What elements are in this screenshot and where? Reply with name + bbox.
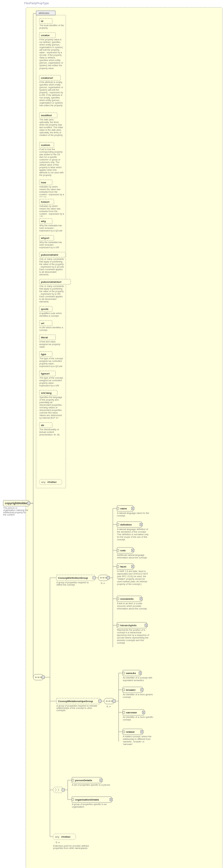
- svg-rect-112: [117, 624, 119, 626]
- svg-text:qcode: qcode: [41, 308, 49, 311]
- svg-text:xml:lang: xml:lang: [41, 392, 51, 395]
- svg-text:pubconstraint: pubconstraint: [41, 253, 58, 256]
- svg-text:howuri: howuri: [41, 200, 49, 204]
- attr-wildcard: any ##other: [39, 479, 62, 485]
- svg-rect-169: [72, 779, 74, 781]
- svg-text:definition: definition: [120, 523, 132, 526]
- svg-text:organisationDetails: organisationDetails: [75, 798, 99, 801]
- svg-text:creatoruri: creatoruri: [41, 76, 53, 80]
- type-header: FlexPartyPropType: [24, 2, 224, 5]
- svg-text:hierarchyInfo: hierarchyInfo: [120, 624, 137, 627]
- svg-text:creator: creator: [41, 34, 50, 37]
- svg-text:related: related: [126, 731, 135, 734]
- svg-text:broader: broader: [126, 688, 136, 691]
- svg-text:how: how: [41, 181, 46, 184]
- svg-text:0..∞: 0..∞: [101, 582, 105, 584]
- svg-rect-142: [123, 689, 125, 691]
- diagram: copyrightHolder The person or organisati…: [2, 5, 224, 868]
- svg-rect-105: [117, 598, 119, 600]
- svg-text:any: any: [55, 835, 59, 838]
- svg-text:modified: modified: [41, 114, 51, 117]
- svg-text:##other: ##other: [47, 480, 57, 484]
- root-element: copyrightHolder The person or organisati…: [3, 500, 30, 520]
- svg-text:name: name: [120, 507, 127, 510]
- svg-text:attributes: attributes: [39, 11, 49, 14]
- svg-text:facet: facet: [120, 565, 126, 568]
- svg-text:##other: ##other: [61, 835, 71, 838]
- svg-text:any: any: [41, 480, 45, 484]
- svg-text:narrower: narrower: [126, 711, 137, 714]
- svg-text:note: note: [120, 549, 126, 552]
- svg-text:typeuri: typeuri: [41, 372, 50, 375]
- svg-text:copyrightHolder: copyrightHolder: [5, 502, 27, 505]
- svg-rect-77: [117, 507, 119, 509]
- svg-text:personDetails: personDetails: [75, 779, 92, 782]
- svg-text:id: id: [41, 20, 43, 23]
- svg-text:literal: literal: [41, 336, 48, 339]
- svg-rect-176: [72, 799, 74, 801]
- svg-rect-156: [123, 731, 125, 733]
- svg-rect-149: [123, 711, 125, 713]
- sequence-top: [33, 674, 44, 680]
- svg-text:type: type: [41, 353, 46, 356]
- svg-rect-91: [117, 549, 119, 551]
- svg-text:0..∞: 0..∞: [107, 705, 111, 708]
- svg-text:ConceptRelationshipsGroup: ConceptRelationshipsGroup: [58, 700, 93, 703]
- svg-text:dir: dir: [41, 424, 44, 427]
- svg-rect-84: [117, 524, 119, 526]
- svg-text:remoteInfo: remoteInfo: [120, 597, 134, 600]
- svg-text:sameAs: sameAs: [126, 672, 136, 675]
- svg-rect-135: [123, 672, 125, 674]
- svg-text:why: why: [41, 220, 46, 223]
- svg-text:whyuri: whyuri: [41, 237, 49, 240]
- svg-rect-98: [117, 565, 119, 567]
- svg-text:ConceptDefinitionGroup: ConceptDefinitionGroup: [58, 577, 88, 580]
- svg-text:custom: custom: [41, 144, 50, 147]
- svg-text:pubconstrainturi: pubconstrainturi: [41, 280, 62, 283]
- svg-text:uri: uri: [41, 322, 44, 325]
- svg-text:0..∞: 0..∞: [56, 841, 60, 843]
